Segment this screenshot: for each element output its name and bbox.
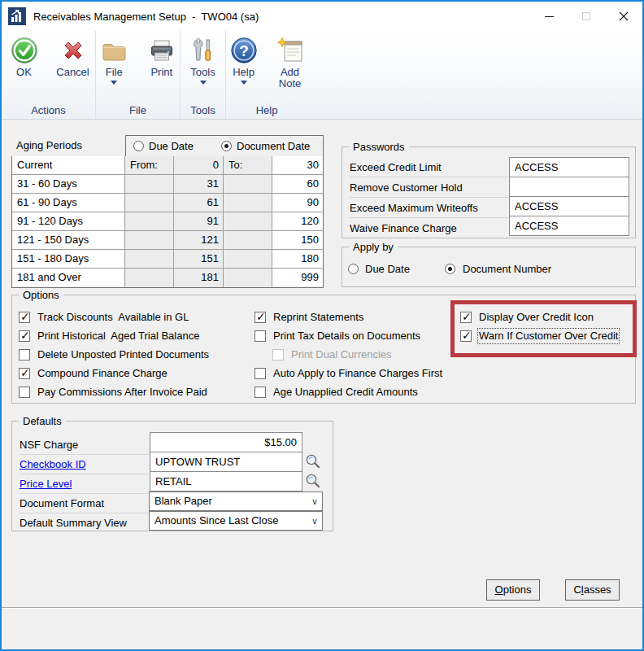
track-discounts-checkbox[interactable] bbox=[19, 312, 30, 323]
apply-document-number-radio[interactable] bbox=[445, 264, 455, 274]
from-header bbox=[125, 175, 174, 193]
table-row: 31 - 60 Days 31 60 bbox=[12, 175, 323, 194]
options-button-key: O bbox=[495, 583, 503, 596]
aging-row-label[interactable]: 121 - 150 Days bbox=[12, 231, 125, 249]
exceed-credit-limit-input[interactable]: ACCESS bbox=[509, 157, 629, 177]
due-date-radio[interactable] bbox=[133, 141, 144, 151]
aging-row-label[interactable]: 61 - 90 Days bbox=[12, 194, 125, 212]
waive-finance-charge-input[interactable]: ACCESS bbox=[509, 216, 629, 236]
chevron-down-icon bbox=[241, 81, 247, 88]
age-unapplied-credit-checkbox[interactable] bbox=[255, 387, 266, 398]
document-date-radio-label[interactable]: Document Date bbox=[237, 140, 310, 152]
chevron-down-icon bbox=[200, 81, 207, 88]
maximize-icon bbox=[582, 12, 590, 20]
checkbox-label[interactable]: Print Historical Aged Trial Balance bbox=[37, 330, 199, 343]
remove-customer-hold-input[interactable] bbox=[509, 177, 629, 197]
exceed-maximum-writeoffs-input[interactable]: ACCESS bbox=[509, 196, 629, 216]
help-label: Help bbox=[233, 67, 255, 78]
options-button-rest: ptions bbox=[503, 583, 532, 596]
close-button[interactable] bbox=[605, 2, 642, 31]
classes-button[interactable]: Classes bbox=[565, 579, 620, 601]
default-summary-view-label: Default Summary View bbox=[20, 513, 150, 533]
ribbon-group-tools: Tools Tools bbox=[181, 31, 226, 119]
pay-commissions-checkbox[interactable] bbox=[19, 387, 30, 398]
checkbox-label[interactable]: Compound Finance Charge bbox=[37, 367, 168, 380]
app-chart-icon bbox=[8, 7, 26, 25]
auto-apply-finance-charges-checkbox[interactable] bbox=[255, 368, 266, 379]
due-date-radio-label[interactable]: Due Date bbox=[149, 140, 194, 152]
add-note-icon bbox=[276, 37, 304, 64]
document-format-dropdown[interactable]: Blank Paper∨ bbox=[149, 492, 323, 511]
aging-row-label[interactable]: 181 and Over bbox=[12, 269, 125, 287]
from-header bbox=[125, 269, 174, 287]
checkbox-label[interactable]: Delete Unposted Printed Documents bbox=[37, 348, 209, 361]
aging-row-label[interactable]: 151 - 180 Days bbox=[12, 250, 125, 268]
minimize-button[interactable] bbox=[530, 2, 568, 31]
print-historical-checkbox[interactable] bbox=[19, 330, 30, 342]
document-format-label: Document Format bbox=[20, 494, 150, 513]
from-value: 0 bbox=[174, 156, 224, 174]
lookup-magnifier-icon[interactable] bbox=[305, 453, 321, 470]
ribbon-group-label-actions: Actions bbox=[2, 104, 95, 116]
compound-finance-charge-checkbox[interactable] bbox=[19, 368, 30, 379]
price-level-link-label: Price Level bbox=[20, 474, 150, 494]
print-tax-details-checkbox[interactable] bbox=[255, 330, 266, 342]
classes-button-rest: asses bbox=[584, 583, 611, 596]
highlight-annotation-box bbox=[450, 300, 637, 357]
table-row: 181 and Over 181 999 bbox=[12, 269, 323, 287]
to-value[interactable]: 150 bbox=[272, 231, 323, 249]
checkbox-label: Print Dual Currencies bbox=[291, 348, 392, 361]
apply-document-number-label[interactable]: Document Number bbox=[463, 263, 551, 275]
receivables-management-setup-window: Receivables Management Setup - TWO04 (sa… bbox=[0, 0, 644, 651]
checkbox-label[interactable]: Display Over Credit Icon bbox=[479, 311, 594, 324]
to-value[interactable]: 180 bbox=[272, 250, 323, 268]
svg-text:?: ? bbox=[239, 42, 249, 59]
options-legend: Options bbox=[19, 289, 63, 301]
lookup-magnifier-icon[interactable] bbox=[305, 473, 321, 489]
default-summary-view-dropdown[interactable]: Amounts Since Last Close∨ bbox=[149, 511, 323, 531]
checkbook-id-link[interactable]: Checkbook ID bbox=[20, 458, 86, 470]
nsf-charge-input[interactable]: $15.00 bbox=[150, 432, 302, 452]
price-level-input[interactable]: RETAIL bbox=[150, 471, 302, 492]
checkbox-label[interactable]: Reprint Statements bbox=[273, 311, 363, 324]
checkbox-label[interactable]: Print Tax Details on Documents bbox=[273, 330, 420, 343]
ribbon-group-actions: OK Cancel Actions bbox=[2, 31, 96, 119]
checkbox-label[interactable]: Pay Commissions After Invoice Paid bbox=[37, 386, 207, 399]
checkbox-label[interactable]: Track Discounts Available in GL bbox=[37, 311, 189, 324]
price-level-link[interactable]: Price Level bbox=[20, 478, 72, 490]
to-header bbox=[224, 194, 272, 212]
nsf-charge-label: NSF Charge bbox=[20, 435, 150, 455]
warn-if-customer-over-credit-checkbox[interactable] bbox=[460, 330, 472, 342]
delete-unposted-checkbox[interactable] bbox=[19, 349, 30, 360]
ribbon-group-help: ? Help Add Note Help bbox=[226, 31, 307, 119]
document-date-radio[interactable] bbox=[221, 141, 232, 151]
password-row-label: Exceed Credit Limit bbox=[350, 157, 509, 177]
table-row: 121 - 150 Days 121 150 bbox=[12, 231, 323, 250]
to-value[interactable]: 30 bbox=[272, 156, 323, 174]
reprint-statements-checkbox[interactable] bbox=[255, 312, 266, 323]
options-button[interactable]: Options bbox=[486, 579, 540, 601]
titlebar: Receivables Management Setup - TWO04 (sa… bbox=[2, 2, 642, 31]
display-over-credit-icon-checkbox[interactable] bbox=[460, 312, 472, 323]
checkbox-label[interactable]: Warn If Customer Over Credit bbox=[479, 330, 618, 343]
add-note-label: Add Note bbox=[272, 67, 307, 90]
checkbox-label[interactable]: Age Unapplied Credit Amounts bbox=[273, 386, 418, 399]
help-question-icon: ? bbox=[230, 37, 258, 64]
aging-row-label[interactable]: Current bbox=[12, 156, 125, 174]
cancel-x-icon bbox=[59, 37, 87, 64]
password-row-label: Exceed Maximum Writeoffs bbox=[350, 198, 509, 218]
from-header bbox=[125, 250, 174, 268]
aging-row-label[interactable]: 91 - 120 Days bbox=[12, 212, 125, 230]
to-value[interactable]: 90 bbox=[272, 194, 323, 212]
to-value[interactable]: 60 bbox=[272, 175, 323, 193]
chevron-down-icon: ∨ bbox=[311, 492, 318, 510]
to-value[interactable]: 999 bbox=[272, 269, 323, 287]
checkbook-id-input[interactable]: UPTOWN TRUST bbox=[150, 452, 302, 472]
to-value[interactable]: 120 bbox=[272, 212, 323, 230]
defaults-group: Defaults NSF Charge $15.00 Checkbook ID … bbox=[11, 421, 333, 531]
aging-row-label[interactable]: 31 - 60 Days bbox=[12, 175, 125, 193]
classes-button-label: C bbox=[573, 583, 581, 596]
apply-due-date-label[interactable]: Due Date bbox=[365, 263, 410, 275]
apply-due-date-radio[interactable] bbox=[348, 264, 359, 274]
checkbox-label[interactable]: Auto Apply to Finance Charges First bbox=[273, 367, 442, 380]
